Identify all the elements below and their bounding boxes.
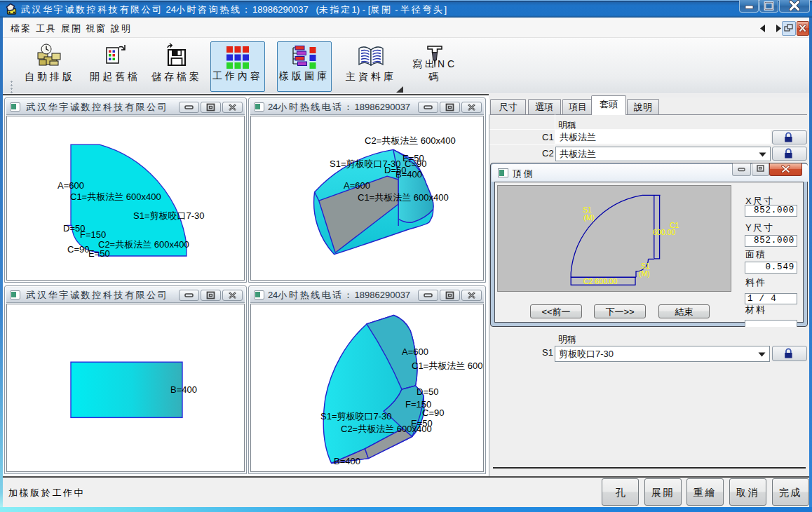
svg-text:F=150: F=150 bbox=[80, 229, 106, 240]
svg-text:600.00: 600.00 bbox=[653, 228, 675, 236]
svg-text:B=400: B=400 bbox=[170, 384, 197, 395]
svg-text:A=600: A=600 bbox=[402, 346, 428, 357]
svg-text:C=90: C=90 bbox=[67, 244, 89, 255]
svg-text:S1=剪板咬口7-30: S1=剪板咬口7-30 bbox=[133, 210, 205, 221]
svg-text:C2=共板法兰 600x400: C2=共板法兰 600x400 bbox=[341, 424, 432, 434]
svg-text:C2=共板法兰 600x400: C2=共板法兰 600x400 bbox=[365, 135, 456, 146]
svg-text:(M): (M) bbox=[639, 269, 650, 278]
svg-text:C2 600.00: C2 600.00 bbox=[583, 277, 618, 285]
svg-text:C1=共板法兰 600x400: C1=共板法兰 600x400 bbox=[358, 192, 449, 203]
svg-text:E=50: E=50 bbox=[88, 248, 110, 259]
svg-text:C=90: C=90 bbox=[405, 159, 426, 169]
svg-text:D=50: D=50 bbox=[417, 386, 438, 397]
svg-text:A=600: A=600 bbox=[344, 180, 370, 191]
svg-text:B=400: B=400 bbox=[395, 169, 422, 180]
svg-text:C=90: C=90 bbox=[422, 407, 444, 418]
svg-text:C2=共板法兰 600x400: C2=共板法兰 600x400 bbox=[98, 239, 189, 250]
svg-text:C1=共板法兰 600x400: C1=共板法兰 600x400 bbox=[70, 191, 161, 202]
svg-text:B=400: B=400 bbox=[334, 456, 360, 466]
svg-text:S1=剪板咬口7-30: S1=剪板咬口7-30 bbox=[320, 411, 392, 422]
svg-text:(M): (M) bbox=[583, 213, 595, 222]
svg-text:C1=共板法兰 600x400: C1=共板法兰 600x400 bbox=[412, 361, 483, 371]
svg-text:A=600: A=600 bbox=[57, 180, 84, 191]
